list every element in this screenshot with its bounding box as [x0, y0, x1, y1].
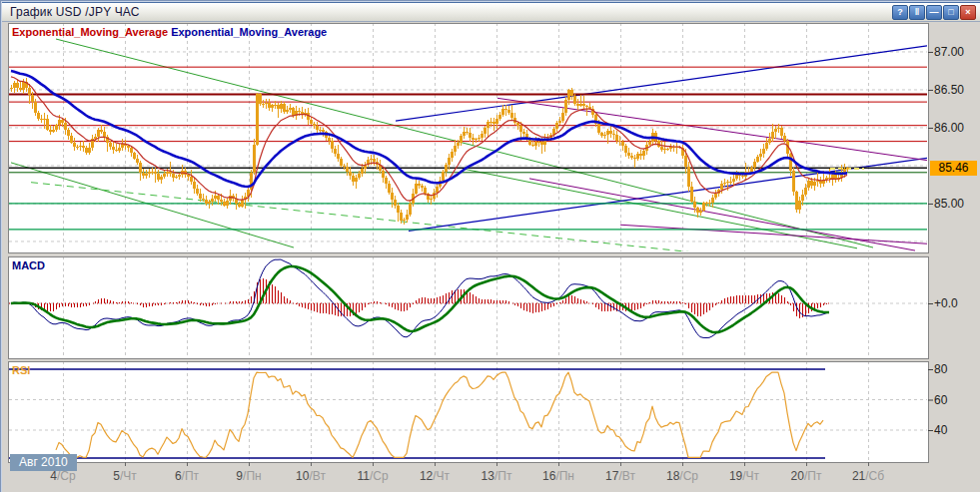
chart-canvas[interactable] — [1, 1, 980, 492]
macd-zero-label: +0.0 — [934, 296, 958, 310]
time-axis-label: 21/Сб — [852, 469, 884, 483]
time-axis-label: 10/Вт — [296, 469, 326, 483]
price-axis-label: 86.00 — [934, 121, 964, 135]
time-axis-label: 5/Чт — [113, 469, 137, 483]
time-axis-label: 18/Ср — [666, 469, 698, 483]
price-axis-label: 86.50 — [934, 83, 964, 97]
chart-window: График USD /JPY ЧАС ? ‖ — □ × Exponentia… — [0, 0, 980, 492]
time-axis-label: 6/Пт — [175, 469, 199, 483]
time-axis-label: 17/Вт — [605, 469, 635, 483]
ema-legend-2: Exponential_Moving_Average — [171, 26, 327, 38]
price-axis-label: 87.00 — [934, 45, 964, 59]
time-axis-label: 16/Пн — [542, 469, 574, 483]
rsi-axis-label: 80 — [934, 362, 947, 376]
time-axis-label: 4/Ср — [50, 469, 75, 483]
current-price-tag: 85.46 — [930, 161, 977, 176]
rsi-panel-label: RSI — [12, 364, 30, 376]
rsi-axis-label: 60 — [934, 393, 947, 407]
time-axis-label: 11/Ср — [357, 469, 388, 483]
time-axis-label: 19/Чт — [729, 469, 759, 483]
time-axis-label: 20/Пт — [791, 469, 822, 483]
indicator-legend: Exponential_Moving_Average Exponential_M… — [12, 26, 327, 38]
price-axis-label: 85.00 — [934, 197, 964, 211]
time-axis-label: 12/Чт — [420, 469, 450, 483]
time-axis-label: 9/Пн — [236, 469, 261, 483]
time-axis-label: 13/Пт — [482, 469, 512, 483]
ema-legend-1: Exponential_Moving_Average — [12, 26, 168, 38]
rsi-axis-label: 40 — [934, 423, 947, 437]
macd-panel-label: MACD — [12, 259, 45, 271]
